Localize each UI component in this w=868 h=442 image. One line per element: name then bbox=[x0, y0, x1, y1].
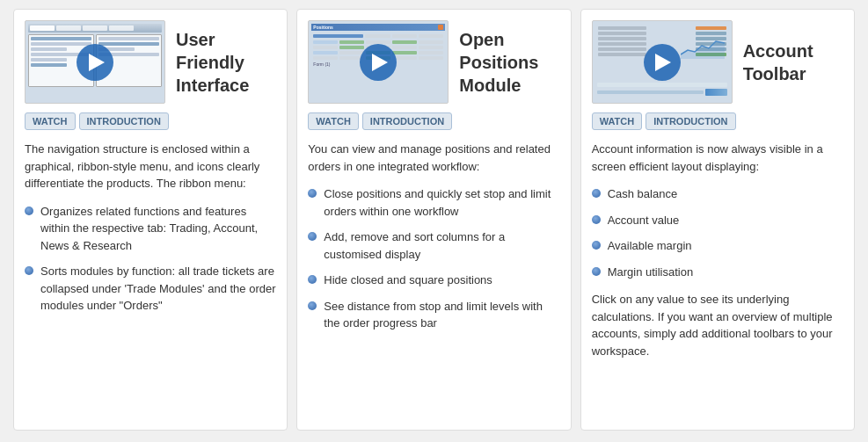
bullet-text: Add, remove and sort columns for a custo… bbox=[324, 228, 559, 263]
note-text-3: Click on any value to see its underlying… bbox=[592, 291, 843, 359]
badge-intro-3[interactable]: INTRODUCTION bbox=[646, 112, 735, 130]
card-header-2: Positions bbox=[308, 20, 559, 104]
bullet-text: Organizes related functions and features… bbox=[40, 203, 276, 255]
play-icon-3 bbox=[655, 54, 671, 71]
play-icon-1 bbox=[89, 54, 105, 71]
thumbnail-1[interactable] bbox=[25, 20, 165, 104]
bullet-list-1: Organizes related functions and features… bbox=[25, 203, 276, 315]
badge-intro-1[interactable]: INTRODUCTION bbox=[79, 112, 169, 130]
card-user-friendly: User Friendly Interface WATCH INTRODUCTI… bbox=[13, 9, 288, 431]
card-title-3: Account Toolbar bbox=[743, 40, 813, 85]
bullet-list-2: Close positions and quickly set stop and… bbox=[308, 185, 559, 332]
list-item: Account value bbox=[592, 212, 843, 229]
list-item: Margin utilisation bbox=[592, 264, 843, 281]
badge-row-1: WATCH INTRODUCTION bbox=[25, 112, 276, 130]
bullet-text: See distance from stop and limit levels … bbox=[324, 298, 559, 332]
badge-watch-2[interactable]: WATCH bbox=[308, 112, 359, 130]
card-open-positions: Positions bbox=[296, 9, 571, 431]
card-header-1: User Friendly Interface bbox=[25, 20, 276, 104]
card-account-toolbar: Account Toolbar WATCH INTRODUCTION Accou… bbox=[580, 9, 855, 431]
bullet-dot bbox=[25, 207, 33, 215]
description-1: The navigation structure is enclosed wit… bbox=[25, 141, 276, 192]
play-button-1[interactable] bbox=[77, 44, 113, 81]
play-button-2[interactable] bbox=[360, 44, 397, 81]
bullet-dot bbox=[308, 301, 317, 310]
list-item: Available margin bbox=[592, 237, 843, 255]
bullet-dot bbox=[308, 275, 317, 284]
bullet-dot bbox=[25, 266, 33, 275]
bullet-text: Close positions and quickly set stop and… bbox=[324, 185, 559, 220]
list-item: Sorts modules by function: all trade tic… bbox=[25, 263, 276, 315]
bullet-dot bbox=[592, 267, 601, 276]
bullet-text: Margin utilisation bbox=[608, 264, 694, 281]
badge-watch-1[interactable]: WATCH bbox=[25, 112, 76, 130]
bullet-text: Available margin bbox=[608, 237, 692, 255]
badge-watch-3[interactable]: WATCH bbox=[592, 112, 643, 130]
description-2: You can view and manage positions and re… bbox=[308, 141, 559, 175]
bullet-text: Sorts modules by function: all trade tic… bbox=[40, 263, 276, 315]
badge-intro-2[interactable]: INTRODUCTION bbox=[362, 112, 452, 130]
main-container: User Friendly Interface WATCH INTRODUCTI… bbox=[0, 0, 868, 439]
bullet-list-3: Cash balance Account value Available mar… bbox=[592, 185, 843, 280]
badge-row-2: WATCH INTRODUCTION bbox=[308, 112, 559, 130]
badge-row-3: WATCH INTRODUCTION bbox=[592, 112, 843, 130]
list-item: See distance from stop and limit levels … bbox=[308, 298, 559, 332]
thumbnail-2[interactable]: Positions bbox=[308, 20, 449, 104]
description-3: Account information is now always visibl… bbox=[592, 141, 843, 175]
thumbnail-3[interactable] bbox=[592, 20, 733, 104]
bullet-dot bbox=[308, 232, 317, 241]
bullet-dot bbox=[592, 189, 601, 198]
bullet-dot bbox=[592, 241, 601, 250]
bullet-dot bbox=[308, 189, 317, 198]
card-title-1: User Friendly Interface bbox=[176, 28, 249, 97]
bullet-dot bbox=[592, 215, 601, 224]
list-item: Organizes related functions and features… bbox=[25, 203, 276, 255]
bullet-text: Account value bbox=[608, 212, 680, 229]
list-item: Cash balance bbox=[592, 185, 843, 203]
card-title-2: Open Positions Module bbox=[459, 28, 538, 97]
play-icon-2 bbox=[372, 54, 388, 71]
list-item: Hide closed and square positions bbox=[308, 272, 559, 289]
bullet-text: Hide closed and square positions bbox=[324, 272, 492, 289]
list-item: Close positions and quickly set stop and… bbox=[308, 185, 559, 220]
list-item: Add, remove and sort columns for a custo… bbox=[308, 228, 559, 263]
play-button-3[interactable] bbox=[644, 44, 681, 81]
bullet-text: Cash balance bbox=[608, 185, 678, 203]
card-header-3: Account Toolbar bbox=[592, 20, 843, 104]
